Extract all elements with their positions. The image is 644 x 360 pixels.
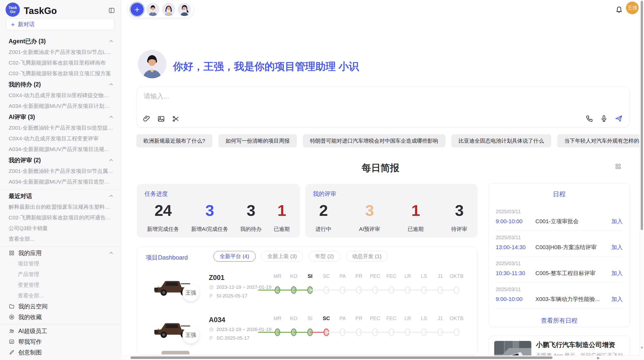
section-3-title: 我的评审 (2) [9,156,41,164]
section-3-header[interactable]: 我的评审 (2) [0,155,121,166]
caret-down-icon[interactable]: ▼ [640,346,643,350]
stat-value: 1 [408,202,424,219]
recent-chat-item[interactable]: C02-飞腾新能源轻客改款项目的闭环通告反馈情况 [0,212,121,223]
sidebar-item[interactable]: Z001-全新燃油轻卡产品开发项目SI造型提交物评审 [0,123,121,133]
sidebar-item[interactable]: C0X4-动力总成开发项目SI里程碑提交物检查 [0,90,121,101]
sidebar-item[interactable]: A034-全新新能源MUV产品开发项目计划变更表编写 [0,101,121,111]
join-link[interactable]: 加入 [611,269,623,277]
recent-chat-item[interactable]: 解释最新出台的欧盟报废车法规再生塑料比例被调至15%... [0,202,121,212]
event-date: 2025/03/11 [496,235,623,241]
project-code[interactable]: A034 [209,316,225,324]
view-all-schedule-link[interactable]: 查看所有日程 [489,317,630,325]
vertical-scrollbar[interactable]: ▼ [639,0,644,360]
caret-right-icon[interactable]: ▶ [597,356,600,360]
sidebar-item[interactable]: Z001-全新燃油轻卡产品开发项目SI节点属性5D文件评审 [0,166,121,176]
my-apps-item[interactable]: 产品管理 [0,269,121,280]
chat-input[interactable]: 请输入... [136,86,630,128]
chevron-up-icon[interactable] [108,157,114,163]
section-0-header[interactable]: Agent已办 (3) [0,36,121,47]
new-chat-button[interactable]: + 新对话 [6,18,114,30]
recent-chat-item[interactable]: 查看全部... [0,234,121,244]
my-apps-header[interactable]: 我的应用 [0,248,121,258]
scissors-icon[interactable] [172,115,180,123]
collapse-panel-icon[interactable] [108,7,115,14]
milestone: MR [269,273,286,301]
agent-switcher: + [128,1,194,18]
dashboard-tab[interactable]: 全新平台 (4) [213,251,256,262]
section-2-header[interactable]: AI评审 (3) [0,111,121,123]
agent-avatar-1[interactable] [146,3,159,16]
vertical-scrollbar-thumb[interactable] [641,1,643,230]
milestone: PEC [367,315,383,343]
my-apps-item[interactable]: 变更管理 [0,280,121,290]
tool-people-icon[interactable]: AI超级员工 [0,326,121,336]
phone-call-icon[interactable] [586,115,593,123]
sidebar-link-star-icon[interactable]: 我的收藏 [0,312,121,322]
suggestion-chip[interactable]: 欧洲新规最近颁布了什么? [136,134,212,147]
suggestion-chip[interactable]: 当下年轻人对汽车外观有怎样的喜好趋势 [557,134,644,147]
chevron-up-icon[interactable] [108,250,114,256]
image-upload-icon[interactable] [157,115,165,123]
event-time: 13:00-14:30 [496,244,535,251]
chevron-up-icon[interactable] [108,193,114,199]
stat-label: AI预评审 [359,226,380,233]
star-icon [9,314,15,320]
tool-pen-icon[interactable]: 创意制图 [0,347,121,358]
chevron-up-icon[interactable] [108,82,114,87]
my-apps-item[interactable]: 查看全部... [0,290,121,301]
event-name: C005-整车工程目标评审 [535,269,608,277]
suggestion-chip[interactable]: 特朗普可能对进口汽车增税会对中国车企造成哪些影响 [303,134,445,147]
horizontal-scrollbar[interactable]: ▶ [121,355,640,360]
my-review-card: 我的评审2进行中3AI预评审1已逾期3待评审 [305,184,477,238]
suggestion-chip[interactable]: 如何写一份清晰的项目周报 [218,134,297,147]
tool-write-icon[interactable]: 帮我写作 [0,336,121,347]
project-owner-badge: 王强 [182,327,199,343]
tool-label: 帮我写作 [18,338,114,346]
suggestion-chip[interactable]: 比亚迪全固态电池计划具体说了什么 [451,134,551,147]
sidebar-item[interactable]: Z001-全新燃油皮卡产品开发项目SI节点Lesson Learn报告 [0,47,121,57]
milestone-node[interactable] [454,328,459,336]
send-icon[interactable] [614,114,623,123]
flag-icon [209,336,214,341]
schedule-event: 2025/03/119:00-10:00C001-立项审批会加入 [496,205,623,231]
dashboard-tab[interactable]: 动总开发 (1) [346,251,388,262]
microphone-icon[interactable] [600,115,608,123]
join-link[interactable]: 加入 [611,218,623,225]
layout-grid-icon[interactable] [615,163,622,170]
sidebar-item[interactable]: C02-飞腾新能源轻客改款项目里程碑画布 [0,57,121,68]
dashboard-tab[interactable]: 年型 (2) [309,251,340,262]
stat-value: 3 [451,202,467,219]
stat-label: 我的待办 [240,226,262,233]
milestone-label: PEC [367,316,383,321]
sidebar-item[interactable]: C02-飞腾新能源轻客改款项目立项汇报方案 [0,68,121,79]
stat-value: 2 [315,202,331,219]
join-link[interactable]: 加入 [611,244,623,251]
project-code[interactable]: Z001 [209,274,225,282]
sidebar-item[interactable]: C0X4-动力总成开发项目工程变更评审 [0,133,121,144]
dashboard-tab[interactable]: 全新上装 (3) [261,251,303,262]
milestone: SC [318,273,334,301]
horizontal-scrollbar-thumb[interactable] [130,356,552,359]
stat-label: 已逾期 [408,226,424,233]
milestone-label: SI [302,273,318,279]
stat-value: 3 [359,202,380,219]
sidebar-item[interactable]: A034-全新新能源MUV产品开发项目造型可行性评审 [0,176,121,187]
chevron-up-icon[interactable] [108,38,114,44]
milestone-node[interactable] [454,286,459,294]
my-apps-item[interactable]: 项目管理 [0,258,121,269]
agent-avatar-2[interactable] [162,3,175,16]
user-avatar[interactable]: 王强 [626,2,639,14]
section-1-header[interactable]: 我的待办 (2) [0,79,121,90]
agent-avatar-3[interactable] [178,3,191,16]
recent-chat-item[interactable]: 公司Q3轻卡销量 [0,223,121,234]
recent-chats-header[interactable]: 最近对话 [0,190,121,202]
chevron-up-icon[interactable] [108,114,114,120]
sidebar-link-cloud-icon[interactable]: 我的云空间 [0,301,121,312]
attachment-icon[interactable] [143,115,151,123]
milestone-label: KO [286,273,302,279]
assistant-avatar [138,50,166,78]
join-link[interactable]: 加入 [611,295,623,303]
sidebar-item[interactable]: A034-全新新能源MUV产品开发项目法规符合性评审 [0,144,121,155]
add-agent-button[interactable]: + [130,3,144,16]
notification-bell-icon[interactable] [615,5,623,14]
